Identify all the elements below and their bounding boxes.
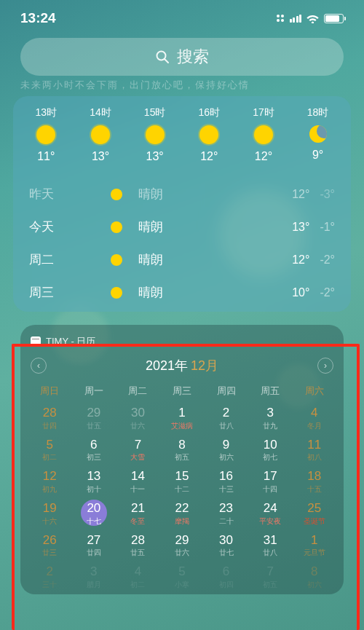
calendar-widget[interactable]: TIMY - 日历 ‹ 2021年12月 › 周日周一周二周三周四周五周六28廿…: [20, 325, 344, 594]
cell-number: 6: [223, 565, 229, 579]
calendar-cell[interactable]: 7初五: [248, 562, 293, 594]
calendar-cell[interactable]: 16十三: [204, 467, 248, 499]
calendar-cell[interactable]: 15十二: [160, 467, 205, 499]
next-month-button[interactable]: ›: [317, 358, 333, 374]
calendar-cell[interactable]: 4初二: [116, 562, 160, 594]
calendar-cell[interactable]: 2三十: [28, 562, 72, 594]
calendar-dow: 周四: [204, 382, 248, 403]
calendar-cell[interactable]: 25圣诞节: [292, 499, 336, 531]
calendar-cell[interactable]: 10初七: [248, 436, 293, 468]
calendar-cell[interactable]: 8初六: [292, 562, 336, 594]
cell-sub: 腊月: [87, 580, 101, 590]
day-row: 周二 晴朗 12°-2°: [13, 243, 351, 276]
day-condition: 晴朗: [138, 218, 197, 235]
weather-widget[interactable]: 13时11°14时13°15时13°16时12°17时12°18时9° 昨天 晴…: [13, 96, 351, 312]
calendar-cell[interactable]: 30廿七: [204, 531, 248, 563]
cell-number: 3: [266, 406, 273, 420]
calendar-dow: 周六: [292, 382, 336, 403]
battery-icon: [324, 14, 344, 23]
cell-number: 13: [87, 470, 100, 484]
day-temps: 10°-2°: [197, 286, 335, 299]
cell-number: 8: [178, 438, 185, 452]
calendar-cell[interactable]: 28廿五: [116, 531, 160, 563]
calendar-cell[interactable]: 12初九: [28, 467, 72, 499]
cell-number: 20: [87, 502, 100, 516]
cell-sub: 初六: [307, 580, 322, 590]
cell-number: 2: [223, 406, 229, 420]
hour-temp: 9°: [312, 149, 323, 162]
svg-point-0: [157, 52, 166, 60]
prev-month-button[interactable]: ‹: [31, 358, 47, 374]
day-icon: [95, 287, 138, 299]
cell-sub: 廿八: [263, 548, 277, 558]
calendar-cell[interactable]: 29廿五: [72, 403, 116, 436]
calendar-cell[interactable]: 31廿八: [248, 531, 293, 563]
day-icon: [95, 254, 138, 266]
hour-time: 17时: [253, 106, 274, 119]
status-time: 13:24: [20, 10, 56, 26]
cell-number: 11: [307, 438, 321, 452]
calendar-cell[interactable]: 24平安夜: [248, 499, 293, 531]
calendar-cell[interactable]: 4冬月: [292, 403, 336, 436]
calendar-cell[interactable]: 7大雪: [116, 436, 160, 468]
day-condition: 晴朗: [138, 284, 197, 301]
cell-sub: 初六: [219, 452, 234, 462]
cell-sub: 大雪: [130, 452, 145, 462]
cell-number: 4: [135, 565, 141, 579]
calendar-cell[interactable]: 5初二: [28, 436, 72, 468]
calendar-cell[interactable]: 6初四: [204, 562, 248, 594]
calendar-cell[interactable]: 3廿九: [248, 403, 293, 436]
calendar-cell[interactable]: 1元旦节: [292, 531, 336, 563]
day-temps: 12°-2°: [197, 253, 335, 267]
calendar-cell[interactable]: 29廿六: [160, 531, 205, 563]
cell-number: 2: [47, 565, 53, 579]
sun-icon: [91, 125, 110, 144]
daily-forecast: 昨天 晴朗 12°-3°今天 晴朗 13°-1°周二 晴朗 12°-2°周三 晴…: [13, 175, 351, 312]
cell-sub: 十二: [175, 484, 189, 495]
calendar-cell[interactable]: 26廿三: [28, 531, 72, 563]
cell-sub: 十一: [130, 484, 145, 495]
calendar-cell[interactable]: 28廿四: [28, 403, 72, 436]
calendar-cell[interactable]: 8初五: [160, 436, 205, 468]
calendar-cell[interactable]: 17十四: [248, 467, 293, 499]
cell-number: 5: [178, 565, 185, 579]
cell-number: 5: [47, 438, 53, 452]
cell-sub: 廿四: [87, 548, 101, 558]
cell-sub: 冬月: [307, 421, 322, 431]
calendar-cell[interactable]: 14十一: [116, 467, 160, 499]
calendar-cell[interactable]: 23二十: [204, 499, 248, 531]
calendar-cell[interactable]: 30廿六: [116, 403, 160, 436]
calendar-cell[interactable]: 2廿八: [204, 403, 248, 436]
cell-number: 3: [90, 565, 97, 579]
cell-number: 9: [223, 438, 229, 452]
cell-sub: 廿九: [263, 421, 277, 431]
cell-number: 7: [266, 565, 273, 579]
dual-sim-icon: [277, 15, 284, 22]
cell-sub: 初四: [219, 580, 234, 590]
sun-icon: [146, 125, 165, 144]
day-row: 周三 晴朗 10°-2°: [13, 276, 351, 309]
calendar-cell[interactable]: 9初六: [204, 436, 248, 468]
calendar-cell[interactable]: 6初三: [72, 436, 116, 468]
cell-sub: 十三: [219, 484, 234, 495]
calendar-cell[interactable]: 19十六: [28, 499, 72, 531]
calendar-cell[interactable]: 1艾滋病: [160, 403, 205, 436]
cell-number: 12: [43, 470, 57, 484]
calendar-cell[interactable]: 5小寒: [160, 562, 205, 594]
cell-sub: 平安夜: [259, 516, 281, 527]
calendar-cell[interactable]: 3腊月: [72, 562, 116, 594]
calendar-cell[interactable]: 18十五: [292, 467, 336, 499]
day-row: 今天 晴朗 13°-1°: [13, 210, 351, 243]
cell-sub: 初三: [87, 452, 101, 462]
cell-number: 1: [311, 534, 317, 548]
cell-number: 4: [311, 406, 317, 420]
cell-number: 29: [175, 534, 189, 548]
calendar-cell[interactable]: 27廿四: [72, 531, 116, 563]
calendar-cell[interactable]: 20十七: [72, 499, 116, 531]
calendar-cell[interactable]: 22摩羯: [160, 499, 205, 531]
cell-sub: 初五: [175, 452, 189, 462]
calendar-cell[interactable]: 21冬至: [116, 499, 160, 531]
calendar-cell[interactable]: 11初八: [292, 436, 336, 468]
calendar-cell[interactable]: 13初十: [72, 467, 116, 499]
search-input[interactable]: 搜索: [20, 38, 344, 76]
